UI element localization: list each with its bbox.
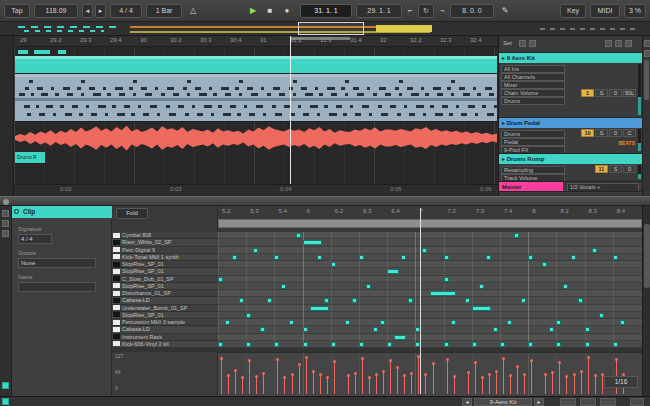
- velocity-stem[interactable]: [249, 361, 250, 394]
- device-chooser[interactable]: All Channels: [501, 73, 565, 81]
- midi-note[interactable]: [274, 342, 279, 347]
- prev-clip-button[interactable]: ◂: [462, 398, 472, 406]
- mini-clip[interactable]: [18, 50, 28, 54]
- velocity-stem[interactable]: [376, 375, 377, 395]
- grid-row[interactable]: [218, 326, 642, 333]
- midi-note[interactable]: [556, 320, 561, 325]
- bar-number[interactable]: 32.3: [440, 37, 452, 43]
- midi-note[interactable]: [253, 248, 258, 253]
- midi-note[interactable]: [479, 284, 484, 289]
- midi-note[interactable]: [444, 277, 449, 282]
- midi-note[interactable]: [303, 240, 322, 245]
- midi-note[interactable]: [246, 342, 251, 347]
- midi-note[interactable]: [528, 342, 533, 347]
- field-value[interactable]: None: [18, 258, 96, 268]
- status-chip[interactable]: [560, 398, 576, 406]
- velocity-stem[interactable]: [334, 362, 335, 394]
- midi-note[interactable]: [345, 320, 350, 325]
- velocity-stem[interactable]: [581, 372, 582, 394]
- teal-clip[interactable]: [15, 56, 497, 74]
- velocity-stem[interactable]: [503, 359, 504, 394]
- mixer-value[interactable]: 0: [609, 129, 622, 137]
- punch-out-toggle-icon[interactable]: ¬: [436, 4, 448, 18]
- velocity-stem[interactable]: [595, 376, 596, 394]
- velocity-stem[interactable]: [362, 359, 363, 394]
- velocity-stem[interactable]: [559, 363, 560, 395]
- drum-row[interactable]: Kick-Tonal MkII 1 synth: [112, 254, 218, 261]
- velocity-stem[interactable]: [574, 375, 575, 395]
- velocity-stem[interactable]: [411, 374, 412, 394]
- vertical-scrollbar[interactable]: [644, 60, 649, 100]
- midi-note[interactable]: [387, 342, 392, 347]
- key-map-toggle[interactable]: Key: [560, 4, 586, 18]
- note-view-tab-icon[interactable]: [2, 230, 9, 237]
- beat-number[interactable]: 6: [307, 208, 310, 214]
- track-title[interactable]: ▸ 9 Aero Kit: [499, 53, 643, 63]
- midi-note[interactable]: [620, 320, 625, 325]
- velocity-stem[interactable]: [552, 373, 553, 394]
- midi-note[interactable]: [274, 255, 279, 260]
- nudge-back-button[interactable]: ◂: [82, 4, 93, 18]
- device-chooser[interactable]: Resampling: [501, 166, 565, 174]
- velocity-stem[interactable]: [447, 360, 448, 394]
- velocity-stem[interactable]: [320, 375, 321, 394]
- midi-note[interactable]: [556, 342, 561, 347]
- fold-button[interactable]: Fold: [116, 208, 148, 219]
- midi-note[interactable]: [331, 342, 336, 347]
- bar-number[interactable]: 29.3: [80, 37, 92, 43]
- midi-note[interactable]: [599, 313, 604, 318]
- loop-toggle-icon[interactable]: ↻: [418, 4, 434, 18]
- midi-note[interactable]: [408, 298, 413, 303]
- mixer-toggle-icon[interactable]: [605, 40, 612, 47]
- bar-number[interactable]: 32.4: [470, 37, 482, 43]
- midi-clip-region[interactable]: [15, 74, 497, 122]
- midi-note[interactable]: [514, 233, 519, 238]
- midi-note[interactable]: [430, 291, 456, 296]
- velocity-stem[interactable]: [433, 364, 434, 394]
- drum-row[interactable]: StopRise_SP_01: [112, 268, 218, 275]
- velocity-stem[interactable]: [566, 377, 567, 394]
- midi-note[interactable]: [472, 306, 491, 311]
- field-value[interactable]: 4 / 4: [18, 234, 52, 244]
- midi-note[interactable]: [387, 269, 399, 274]
- solo-button[interactable]: S: [595, 89, 608, 97]
- nudge-forward-button[interactable]: ▸: [95, 4, 106, 18]
- draw-mode-icon[interactable]: ✎: [498, 4, 512, 18]
- drum-row[interactable]: Percussion MkII 3 sample: [112, 319, 218, 326]
- metronome-toggle-icon[interactable]: △: [186, 4, 200, 18]
- zoom-in-icon[interactable]: [644, 40, 650, 47]
- grid-row[interactable]: [218, 276, 642, 283]
- bar-number[interactable]: 32.2: [410, 37, 422, 43]
- stop-icon[interactable]: ■: [263, 4, 277, 18]
- midi-note[interactable]: [613, 255, 618, 260]
- track-title[interactable]: Master: [499, 182, 563, 192]
- midi-note[interactable]: [528, 255, 533, 260]
- track-title[interactable]: ▸ Drum Pedal: [499, 118, 643, 128]
- envelope-view-tab-icon[interactable]: [2, 220, 9, 227]
- show-clip-view-icon[interactable]: [2, 398, 9, 405]
- drum-row[interactable]: Cymbal 808: [112, 232, 218, 239]
- velocity-stem[interactable]: [355, 374, 356, 394]
- track-activator[interactable]: 11: [595, 165, 608, 173]
- midi-note[interactable]: [585, 342, 590, 347]
- velocity-stem[interactable]: [327, 378, 328, 394]
- midi-note[interactable]: [225, 320, 230, 325]
- tap-tempo-button[interactable]: Tap: [4, 4, 30, 18]
- drum-row[interactable]: Perc-Digital 9: [112, 247, 218, 254]
- midi-note[interactable]: [493, 327, 498, 332]
- meter-toggle-icon[interactable]: [625, 40, 632, 47]
- mixer-value[interactable]: 0: [623, 165, 636, 173]
- bar-number[interactable]: 30.2: [170, 37, 182, 43]
- midi-note[interactable]: [578, 298, 583, 303]
- status-chip[interactable]: [630, 398, 644, 406]
- bar-number[interactable]: 31.4: [350, 37, 362, 43]
- velocity-stem[interactable]: [531, 361, 532, 394]
- velocity-stem[interactable]: [221, 359, 222, 394]
- velocity-stem[interactable]: [475, 363, 476, 395]
- drum-row[interactable]: C_Slow_Dub_01_SP: [112, 276, 218, 283]
- velocity-stem[interactable]: [369, 378, 370, 394]
- midi-note[interactable]: [401, 255, 406, 260]
- bar-number[interactable]: 31: [260, 37, 267, 43]
- device-chooser[interactable]: Drums: [501, 130, 565, 138]
- velocity-stem[interactable]: [517, 367, 518, 394]
